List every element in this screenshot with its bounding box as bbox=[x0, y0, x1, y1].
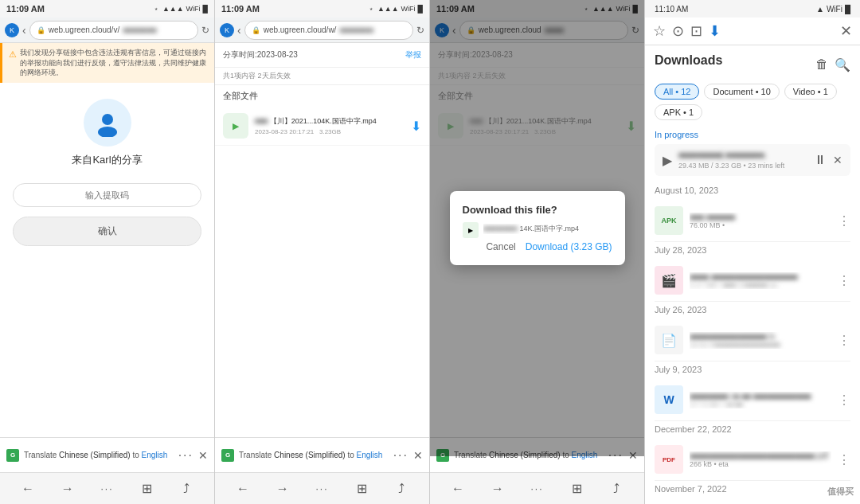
dl-wifi-icon: WiFi bbox=[827, 5, 842, 14]
dl-more-doc[interactable]: ⋮ bbox=[838, 393, 850, 408]
share-panel-content: 分享时间:2023-08-23 举报 共1项内容 2天后失效 全部文件 ▶ ■■… bbox=[215, 43, 429, 437]
warning-icon: ⚠ bbox=[9, 49, 17, 61]
date-section-jul9: July 9, 2023 bbox=[655, 365, 850, 374]
browser-url-1[interactable]: 🔒 web.ugreen.cloud/v/ ■■■■■■■ bbox=[29, 21, 198, 40]
back-button-1[interactable]: ‹ bbox=[22, 24, 26, 37]
nav-forward-2[interactable]: → bbox=[268, 475, 297, 503]
translate-arrow-2: to bbox=[347, 451, 356, 459]
nav-back-1[interactable]: ← bbox=[14, 475, 42, 503]
panel-download-dialog: 11:09 AM ﹡ ▲▲▲ WiFi █ K ‹ 🔒 web.ugreen.c… bbox=[430, 0, 645, 504]
dl-file-name-pdf: ■■■■■■■■■■■■■■■■■■■■■■■■■■ pdf bbox=[690, 451, 831, 460]
downloads-content: Downloads 🗑 🔍 All • 12 Document • 10 Vid… bbox=[645, 45, 860, 504]
filter-video[interactable]: Video • 1 bbox=[784, 84, 837, 100]
downloads-trash-icon[interactable]: 🗑 bbox=[815, 57, 828, 72]
dl-more-txt[interactable]: ⋮ bbox=[838, 333, 850, 348]
extract-code-input[interactable] bbox=[13, 183, 201, 207]
refresh-button-2[interactable]: ↻ bbox=[416, 25, 424, 36]
progress-play-button[interactable]: ▶ bbox=[663, 153, 672, 168]
dialog-cancel-button[interactable]: Cancel bbox=[486, 241, 515, 252]
browser-avatar-1: K bbox=[5, 23, 19, 37]
dl-history-icon[interactable]: ⊙ bbox=[672, 22, 684, 40]
dialog-download-button[interactable]: Download (3.23 GB) bbox=[526, 241, 612, 252]
downloads-filter: All • 12 Document • 10 Video • 1 APK • 1 bbox=[655, 84, 850, 120]
translate-to-1: English bbox=[142, 451, 168, 459]
wifi-icon: WiFi bbox=[186, 5, 201, 13]
dl-file-icon-apk: APK bbox=[655, 206, 683, 235]
status-time-1: 11:09 AM bbox=[6, 4, 45, 14]
url-text-1: web.ugreen.cloud/v/ bbox=[49, 25, 120, 34]
nav-menu-3[interactable]: ··· bbox=[522, 475, 551, 503]
progress-pause-button[interactable]: ⏸ bbox=[814, 153, 827, 167]
dl-screenshot-icon[interactable]: ⊡ bbox=[690, 22, 702, 40]
translate-arrow-1: to bbox=[132, 451, 141, 459]
dialog-filename: ■■■■■■■■ 14K.国语中字.mp4 bbox=[483, 224, 580, 234]
panel-downloads: 11:10 AM ▲ WiFi █ ☆ ⊙ ⊡ ⬇ ✕ Downloads 🗑 … bbox=[645, 0, 860, 504]
download-dialog: Download this file? ▶ ■■■■■■■■ 14K.国语中字.… bbox=[450, 191, 625, 265]
nav-forward-1[interactable]: → bbox=[53, 475, 82, 503]
bluetooth-icon: ﹡ bbox=[153, 4, 160, 14]
report-button[interactable]: 举报 bbox=[405, 49, 421, 61]
nav-forward-3[interactable]: → bbox=[483, 475, 512, 503]
translate-label-1: Translate bbox=[24, 451, 57, 459]
dl-file-info-apk: ■■■ ■■■■■■ 76.00 MB • bbox=[690, 213, 831, 229]
progress-cancel-button[interactable]: ✕ bbox=[833, 154, 842, 166]
warning-text: 我们发现分享链接中包含违法违规有害信息，可通过链接内的举报功能向我们进行反馈，遵… bbox=[20, 48, 208, 78]
dl-file-meta-video: 2.1+ MB • ■■■ 24■■■■■ au bbox=[690, 281, 831, 289]
date-section-aug: August 10, 2023 bbox=[655, 186, 850, 195]
lock-icon-1: 🔒 bbox=[37, 26, 45, 34]
translate-close-2[interactable]: ✕ bbox=[413, 449, 423, 462]
dl-close-button[interactable]: ✕ bbox=[840, 22, 852, 40]
browser-bar-2: K ‹ 🔒 web.ugreen.cloud/w/ ■■■■■■■ ↻ bbox=[215, 18, 429, 43]
dl-more-pdf[interactable]: ⋮ bbox=[838, 452, 850, 467]
file-info-2: ■■■ 【川】2021...104K.国语中字.mp4 2023-08-23 2… bbox=[255, 116, 405, 135]
dl-file-info-txt: ■■■■■■■■■■■■■■■■ tx 16.0u M■■■■■■■■■■■■■… bbox=[690, 332, 831, 349]
refresh-button-1[interactable]: ↻ bbox=[201, 25, 209, 36]
browser-url-2[interactable]: 🔒 web.ugreen.cloud/w/ ■■■■■■■ bbox=[244, 21, 413, 40]
filter-all[interactable]: All • 12 bbox=[655, 84, 699, 100]
status-bar-2: 11:09 AM ﹡ ▲▲▲ WiFi █ bbox=[215, 0, 429, 18]
signal-icon-2: ▲▲▲ bbox=[377, 5, 399, 13]
date-section-jul26: July 26, 2023 bbox=[655, 305, 850, 315]
dl-more-apk[interactable]: ⋮ bbox=[838, 213, 850, 229]
dl-star-icon[interactable]: ☆ bbox=[653, 22, 666, 40]
dialog-title: Download this file? bbox=[463, 204, 612, 216]
translate-more-1[interactable]: ··· bbox=[178, 448, 194, 463]
filter-apk[interactable]: APK • 1 bbox=[655, 104, 702, 120]
dl-download-icon[interactable]: ⬇ bbox=[709, 22, 721, 40]
user-avatar bbox=[84, 99, 131, 147]
nav-menu-1[interactable]: ··· bbox=[92, 475, 121, 503]
downloads-search-icon[interactable]: 🔍 bbox=[835, 57, 850, 72]
dl-file-info-video: ■■■■ ■■■■■■■■■■■■■■■■■■ 2.1+ MB • ■■■ 24… bbox=[690, 272, 831, 289]
in-progress-label: In progress bbox=[655, 130, 850, 139]
dl-file-name-doc: ■■■■■■■■ x■ ■■ ■■■■■■■■■■■■ bbox=[690, 392, 831, 400]
share-time: 分享时间:2023-08-23 bbox=[223, 49, 298, 61]
translate-close-1[interactable]: ✕ bbox=[198, 449, 208, 462]
nav-share-3[interactable]: ⤴ bbox=[602, 475, 631, 503]
nav-back-3[interactable]: ← bbox=[444, 475, 472, 503]
progress-meta: 29.43 MB / 3.23 GB • 23 mins left bbox=[678, 162, 807, 170]
downloads-status-time: 11:10 AM bbox=[655, 5, 688, 14]
watermark: 值得买 bbox=[827, 486, 854, 498]
nav-share-1[interactable]: ⤴ bbox=[172, 475, 201, 503]
nav-tabs-1[interactable]: ⊞ bbox=[132, 475, 161, 503]
nav-menu-2[interactable]: ··· bbox=[307, 475, 336, 503]
file-download-button-2[interactable]: ⬇ bbox=[411, 119, 421, 134]
nav-tabs-2[interactable]: ⊞ bbox=[347, 475, 376, 503]
nav-tabs-3[interactable]: ⊞ bbox=[562, 475, 591, 503]
dl-file-icon-doc: W bbox=[655, 385, 683, 414]
nav-back-2[interactable]: ← bbox=[229, 475, 257, 503]
back-button-2[interactable]: ‹ bbox=[237, 24, 241, 37]
file-name-2: ■■■ 【川】2021...104K.国语中字.mp4 bbox=[255, 116, 405, 127]
filter-document[interactable]: Document • 10 bbox=[704, 84, 779, 100]
nav-share-2[interactable]: ⤴ bbox=[387, 475, 416, 503]
dl-item-doc: W ■■■■■■■■ x■ ■■ ■■■■■■■■■■■■ 17.+1 kB •… bbox=[655, 379, 850, 421]
translate-text-1: Translate Chinese (Simplified) to Englis… bbox=[24, 451, 174, 459]
dl-file-info-pdf: ■■■■■■■■■■■■■■■■■■■■■■■■■■ pdf 266 kB • … bbox=[690, 451, 831, 468]
dl-file-icon-txt: 📄 bbox=[655, 326, 683, 354]
status-icons-2: ﹡ ▲▲▲ WiFi █ bbox=[368, 4, 423, 14]
date-section-dec22: December 22, 2022 bbox=[655, 424, 850, 434]
dl-more-video[interactable]: ⋮ bbox=[838, 273, 850, 288]
confirm-button[interactable]: 确认 bbox=[13, 217, 201, 246]
translate-more-2[interactable]: ··· bbox=[393, 448, 408, 463]
signal-icon: ▲▲▲ bbox=[162, 5, 184, 13]
